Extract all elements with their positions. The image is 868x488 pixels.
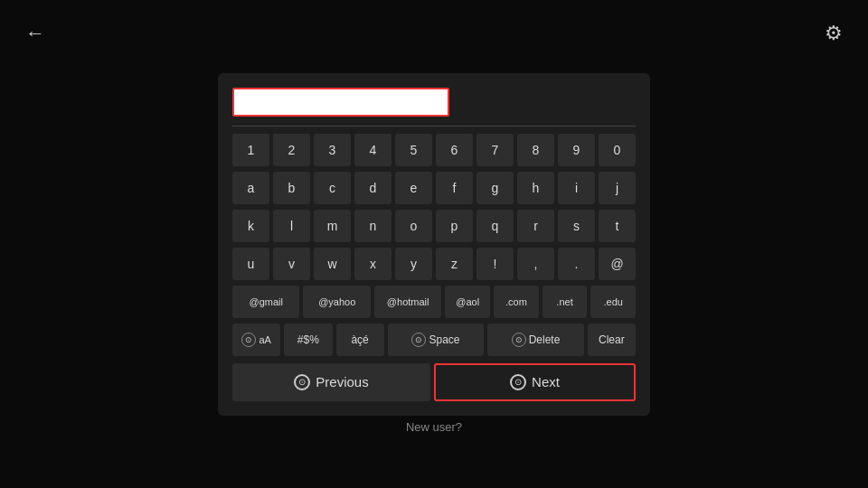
key-accents[interactable]: àçé [336, 324, 384, 356]
key-dotcom[interactable]: .com [494, 286, 539, 318]
key-g[interactable]: g [476, 172, 514, 204]
next-button[interactable]: ⊙ Next [434, 363, 636, 401]
key-3[interactable]: 3 [314, 134, 351, 166]
key-7[interactable]: 7 [476, 134, 514, 166]
row-aj: a b c d e f g h i j [232, 172, 636, 204]
key-clear[interactable]: Clear [588, 324, 636, 356]
key-9[interactable]: 9 [558, 134, 595, 166]
key-i[interactable]: i [558, 172, 595, 204]
key-k[interactable]: k [232, 210, 269, 242]
next-label: Next [532, 374, 560, 389]
shortcuts-row: @gmail @yahoo @hotmail @aol .com .net .e… [232, 286, 636, 318]
settings-icon: ⚙ [825, 22, 843, 44]
key-u[interactable]: u [232, 248, 269, 280]
key-5[interactable]: 5 [395, 134, 432, 166]
new-user-text: New user? [406, 420, 462, 434]
key-dotedu[interactable]: .edu [590, 286, 636, 318]
key-dot[interactable]: . [558, 248, 595, 280]
key-t[interactable]: t [599, 210, 636, 242]
number-row: 1 2 3 4 5 6 7 8 9 0 [232, 134, 636, 166]
key-e[interactable]: e [395, 172, 432, 204]
key-comma[interactable]: , [517, 248, 554, 280]
previous-label: Previous [316, 374, 368, 389]
key-v[interactable]: v [273, 248, 310, 280]
nav-row: ⊙ Previous ⊙ Next [232, 363, 636, 401]
action-row: ⊙ aA #$% àçé ⊙ Space ⊙ Delete Clear [232, 324, 636, 356]
key-n[interactable]: n [354, 210, 392, 242]
keyboard-panel: 1 2 3 4 5 6 7 8 9 0 a b c d e f g h i j … [218, 73, 650, 416]
previous-icon: ⊙ [294, 374, 310, 390]
key-at[interactable]: @ [599, 248, 636, 280]
key-s[interactable]: s [558, 210, 595, 242]
key-y[interactable]: y [395, 248, 432, 280]
back-button[interactable]: ← [25, 22, 45, 45]
row-uz: u v w x y z ! , . @ [232, 248, 636, 280]
key-hotmail[interactable]: @hotmail [374, 286, 441, 318]
back-icon: ← [25, 22, 45, 44]
key-w[interactable]: w [314, 248, 351, 280]
key-4[interactable]: 4 [354, 134, 392, 166]
row-kt: k l m n o p q r s t [232, 210, 636, 242]
key-delete[interactable]: ⊙ Delete [487, 324, 584, 356]
key-p[interactable]: p [436, 210, 473, 242]
key-yahoo[interactable]: @yahoo [303, 286, 370, 318]
key-case[interactable]: ⊙ aA [232, 324, 280, 356]
key-c[interactable]: c [314, 172, 351, 204]
settings-button[interactable]: ⚙ [825, 22, 843, 45]
key-b[interactable]: b [273, 172, 310, 204]
divider [232, 126, 636, 127]
key-z[interactable]: z [436, 248, 473, 280]
next-icon: ⊙ [510, 374, 526, 390]
key-excl[interactable]: ! [476, 248, 514, 280]
key-2[interactable]: 2 [273, 134, 310, 166]
key-gmail[interactable]: @gmail [232, 286, 299, 318]
key-q[interactable]: q [476, 210, 514, 242]
input-row [232, 88, 636, 117]
key-m[interactable]: m [314, 210, 351, 242]
key-dotnet[interactable]: .net [542, 286, 588, 318]
key-x[interactable]: x [354, 248, 392, 280]
email-input[interactable] [232, 88, 449, 117]
key-a[interactable]: a [232, 172, 269, 204]
previous-button[interactable]: ⊙ Previous [232, 363, 430, 401]
key-f[interactable]: f [436, 172, 473, 204]
key-8[interactable]: 8 [517, 134, 554, 166]
key-space[interactable]: ⊙ Space [388, 324, 485, 356]
key-d[interactable]: d [354, 172, 392, 204]
key-h[interactable]: h [517, 172, 554, 204]
key-0[interactable]: 0 [599, 134, 636, 166]
key-symbols[interactable]: #$% [284, 324, 332, 356]
key-r[interactable]: r [517, 210, 554, 242]
key-1[interactable]: 1 [232, 134, 269, 166]
key-j[interactable]: j [599, 172, 636, 204]
key-l[interactable]: l [273, 210, 310, 242]
key-6[interactable]: 6 [436, 134, 473, 166]
key-aol[interactable]: @aol [445, 286, 490, 318]
key-o[interactable]: o [395, 210, 432, 242]
